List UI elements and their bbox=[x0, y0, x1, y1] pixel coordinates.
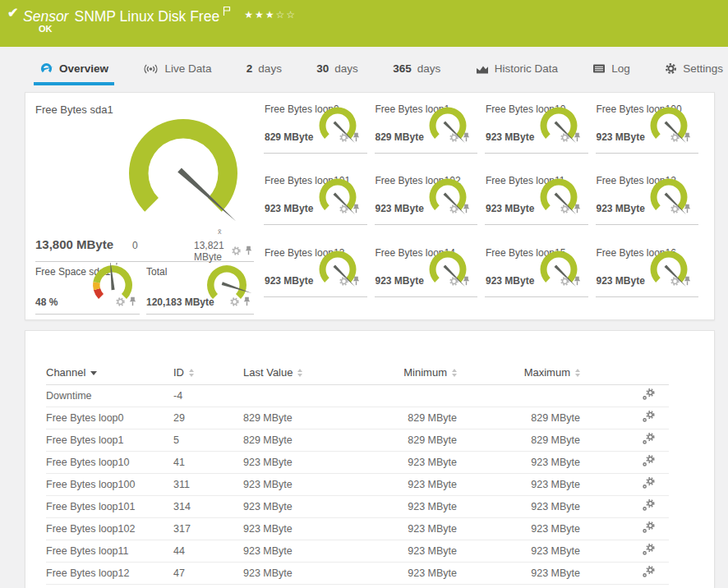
priority-stars[interactable]: ★★★☆☆ bbox=[244, 9, 297, 21]
channel-settings-icon[interactable] bbox=[642, 388, 656, 403]
gear-icon[interactable] bbox=[339, 274, 348, 289]
pin-icon[interactable] bbox=[245, 244, 252, 259]
cell-id: -4 bbox=[173, 390, 243, 402]
column-header-last-value[interactable]: Last Value bbox=[243, 366, 379, 379]
status-badge: OK bbox=[39, 24, 53, 34]
gear-icon[interactable] bbox=[230, 295, 239, 310]
pin-icon[interactable] bbox=[684, 274, 691, 289]
pin-icon[interactable] bbox=[574, 202, 581, 217]
tab-live-data[interactable]: Live Data bbox=[143, 47, 211, 90]
gear-icon[interactable] bbox=[116, 295, 125, 310]
channel-value: 923 MByte bbox=[597, 275, 645, 287]
tab-bar: Overview Live Data 2 days 30 days 365 da… bbox=[0, 47, 728, 90]
small-gauge-cell: Free Bytes loop11 923 MByte bbox=[485, 171, 588, 225]
small-gauge-cell: Free Bytes loop15 923 MByte bbox=[485, 243, 588, 297]
gear-icon[interactable] bbox=[449, 131, 458, 145]
pin-icon[interactable] bbox=[463, 131, 470, 145]
table-row[interactable]: Free Bytes loop102 317 923 MByte 923 MBy… bbox=[46, 518, 669, 540]
pin-icon[interactable] bbox=[352, 274, 360, 289]
table-row[interactable]: Downtime -4 bbox=[46, 385, 669, 407]
tab-label: days bbox=[258, 62, 282, 75]
cell-channel: Downtime bbox=[46, 390, 173, 402]
gear-icon[interactable] bbox=[232, 244, 241, 259]
channel-value: 923 MByte bbox=[597, 203, 645, 214]
channel-value: 923 MByte bbox=[486, 275, 534, 287]
sort-desc-icon bbox=[90, 371, 97, 375]
cell-channel: Free Bytes loop12 bbox=[46, 567, 173, 579]
table-row[interactable]: Free Bytes loop12 47 923 MByte 923 MByte… bbox=[46, 563, 669, 585]
primary-gauge bbox=[117, 111, 249, 239]
pin-icon[interactable] bbox=[684, 202, 691, 217]
tab-settings[interactable]: Settings bbox=[665, 47, 723, 90]
gear-icon[interactable] bbox=[449, 274, 458, 289]
column-header-maximum[interactable]: Maximum bbox=[457, 366, 580, 379]
column-header-id[interactable]: ID bbox=[173, 366, 243, 379]
table-row[interactable]: Free Bytes loop100 311 923 MByte 923 MBy… bbox=[46, 474, 669, 496]
small-gauge-cell: Free Bytes loop101 923 MByte bbox=[264, 171, 367, 225]
table-row[interactable]: Free Bytes loop10 41 923 MByte 923 MByte… bbox=[46, 452, 669, 474]
pin-icon[interactable] bbox=[574, 274, 581, 289]
cell-id: 29 bbox=[173, 412, 243, 424]
gear-icon[interactable] bbox=[670, 131, 680, 145]
small-gauge-cell: Free Bytes loop13 923 MByte bbox=[264, 243, 367, 297]
pin-icon[interactable] bbox=[129, 295, 136, 310]
table-row[interactable]: Free Bytes loop11 44 923 MByte 923 MByte… bbox=[46, 540, 669, 563]
channel-settings-icon[interactable] bbox=[642, 521, 656, 536]
cell-id: 317 bbox=[173, 523, 243, 535]
tab-2-days[interactable]: 2 days bbox=[247, 47, 282, 90]
gauges-panel: Free Bytes sda1 x̄ 0 13,821 MByte 13,800… bbox=[25, 92, 715, 320]
gear-icon[interactable] bbox=[560, 202, 569, 217]
tab-label: Settings bbox=[683, 62, 723, 75]
channel-value: 923 MByte bbox=[376, 275, 424, 287]
tab-label: Historic Data bbox=[495, 62, 558, 75]
secondary-gauge-cell: Total 120,183 MByte bbox=[146, 262, 254, 315]
gear-icon[interactable] bbox=[339, 131, 348, 145]
cell-minimum: 829 MByte bbox=[379, 434, 457, 446]
pin-icon[interactable] bbox=[352, 131, 360, 145]
channel-settings-icon[interactable] bbox=[642, 566, 656, 581]
pin-icon[interactable] bbox=[574, 131, 581, 145]
priority-flag-icon[interactable] bbox=[223, 3, 231, 21]
gear-icon[interactable] bbox=[449, 202, 458, 217]
gear-icon[interactable] bbox=[560, 274, 569, 289]
channel-value: 923 MByte bbox=[597, 131, 645, 143]
channel-settings-icon[interactable] bbox=[642, 544, 656, 558]
cell-last-value: 923 MByte bbox=[243, 479, 379, 490]
secondary-gauge-cell: Free Space sda1 48 % bbox=[35, 262, 140, 315]
channel-settings-icon[interactable] bbox=[642, 455, 656, 470]
pin-icon[interactable] bbox=[352, 202, 360, 217]
table-row[interactable]: Free Bytes loop1 5 829 MByte 829 MByte 8… bbox=[46, 430, 669, 452]
tab-label: days bbox=[334, 62, 358, 75]
sensor-kind-label: Sensor bbox=[23, 8, 68, 25]
pin-icon[interactable] bbox=[684, 131, 691, 145]
pin-icon[interactable] bbox=[463, 274, 470, 289]
live-data-icon bbox=[143, 63, 159, 75]
cell-last-value: 829 MByte bbox=[243, 434, 379, 446]
channel-value: 923 MByte bbox=[486, 131, 534, 143]
tab-label: days bbox=[417, 62, 441, 75]
pin-icon[interactable] bbox=[463, 202, 470, 217]
cell-last-value: 923 MByte bbox=[243, 501, 379, 512]
tab-30-days[interactable]: 30 days bbox=[316, 47, 358, 90]
cell-maximum: 923 MByte bbox=[457, 545, 580, 557]
table-row[interactable]: Free Bytes loop0 29 829 MByte 829 MByte … bbox=[46, 407, 669, 430]
table-row[interactable]: Free Bytes loop101 314 923 MByte 923 MBy… bbox=[46, 496, 669, 518]
gear-icon[interactable] bbox=[560, 131, 569, 145]
channel-settings-icon[interactable] bbox=[642, 477, 656, 492]
gear-icon[interactable] bbox=[339, 202, 348, 217]
cell-minimum: 829 MByte bbox=[379, 412, 457, 424]
channel-settings-icon[interactable] bbox=[642, 499, 656, 514]
column-header-minimum[interactable]: Minimum bbox=[379, 366, 457, 379]
tab-365-days[interactable]: 365 days bbox=[393, 47, 440, 90]
channel-title: Free Bytes sda1 bbox=[35, 103, 113, 116]
tab-overview[interactable]: Overview bbox=[39, 47, 108, 90]
column-header-channel[interactable]: Channel bbox=[46, 366, 173, 379]
tab-log[interactable]: Log bbox=[592, 47, 630, 90]
channel-settings-icon[interactable] bbox=[642, 411, 656, 425]
pin-icon[interactable] bbox=[243, 295, 251, 310]
gear-icon[interactable] bbox=[670, 202, 680, 217]
channel-settings-icon[interactable] bbox=[642, 433, 656, 448]
cell-minimum: 923 MByte bbox=[379, 479, 457, 490]
tab-historic-data[interactable]: Historic Data bbox=[476, 47, 558, 90]
gear-icon[interactable] bbox=[670, 274, 680, 289]
